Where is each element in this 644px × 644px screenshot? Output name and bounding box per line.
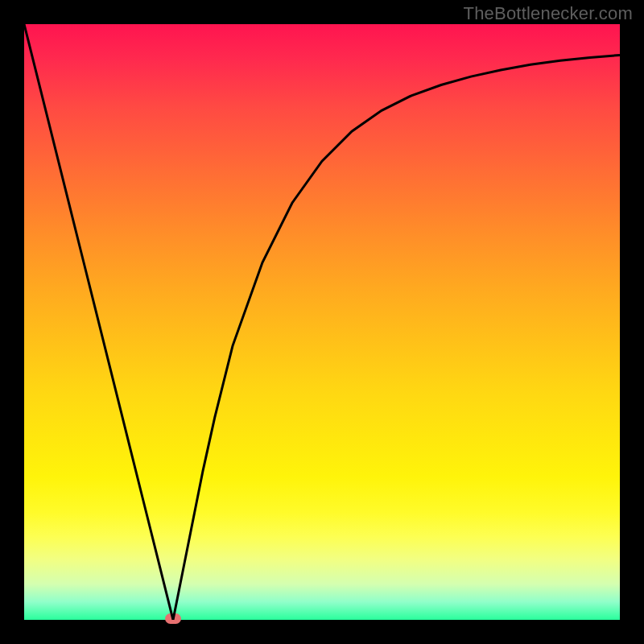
plot-area	[24, 24, 620, 620]
curve-path	[24, 24, 620, 620]
bottleneck-curve	[24, 24, 620, 620]
chart-container: TheBottlenecker.com	[0, 0, 644, 644]
watermark-text: TheBottlenecker.com	[464, 3, 633, 24]
